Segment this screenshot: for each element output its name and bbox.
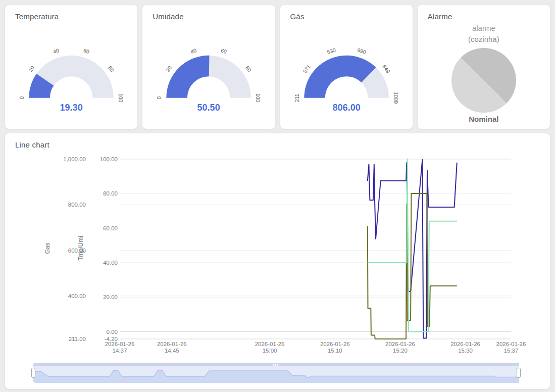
- y-axis-tmp-tick: 80.00: [103, 190, 118, 197]
- scrollbar-selected-range[interactable]: [33, 363, 519, 383]
- y-axis-tmp-tick: 0.00: [107, 329, 118, 335]
- widget-umidade: Umidade 02040608010050.50: [142, 5, 275, 129]
- widget-alarme: Alarme alarme (cozinha) Nominal: [418, 5, 550, 129]
- widget-gas: Gás 2113715306908491009806.00: [280, 5, 413, 129]
- y-axis-gas-tick: 800.00: [68, 202, 86, 208]
- alarm-status-circle: [451, 48, 516, 113]
- y-axis-gas-tick: 1,000.00: [63, 156, 86, 162]
- widget-title-umidade: Umidade: [153, 12, 268, 21]
- gauge-value-label: 806.00: [332, 103, 360, 113]
- gauge-svg: 2113715306908491009806.00: [287, 33, 406, 123]
- gauge-tick-label: 40: [53, 47, 60, 55]
- x-axis-tick: 2026-01-2615:00: [255, 341, 285, 354]
- y-axis-gas-tick: 400.00: [68, 293, 86, 299]
- scrollbar-drag-strip[interactable]: [33, 363, 519, 366]
- gas-gauge: 2113715306908491009806.00: [287, 21, 406, 123]
- gauge-tick-label: 0: [157, 96, 163, 100]
- gauge-tick-label: 849: [381, 64, 391, 74]
- dashboard: Temperatura 02040608010019.30 Umidade 02…: [0, 0, 555, 392]
- line-chart-plot[interactable]: 1,000.00800.00600.00400.00211.00Gas100.0…: [12, 151, 543, 359]
- x-axis-tick: 2026-01-2615:30: [450, 341, 480, 354]
- y-axis-tmp-title: Tmp/Umi: [77, 236, 84, 261]
- gauge-tick-label: 20: [165, 65, 173, 73]
- line-chart-svg: 1,000.00800.00600.00400.00211.00Gas100.0…: [12, 151, 543, 359]
- gauge-value-arc: [304, 56, 376, 98]
- alarm-status-label: Nominal: [469, 115, 498, 123]
- widget-title-gas: Gás: [290, 12, 406, 21]
- x-axis-tick: 2026-01-2614:37: [105, 341, 135, 354]
- gauge-tick-label: 80: [244, 65, 253, 73]
- drag-handle-dots-icon: [273, 364, 274, 366]
- y-axis-tmp-tick: 40.00: [103, 260, 118, 266]
- gauge-tick-label: 1009: [392, 92, 398, 104]
- gauge-tick-label: 60: [220, 47, 228, 55]
- gauge-tick-label: 100: [118, 93, 123, 103]
- scrollbar-preview-chart: [33, 366, 519, 383]
- gauge-tick-label: 690: [357, 47, 367, 55]
- series-gas-line: [368, 160, 457, 338]
- gauge-tick-label: 60: [83, 47, 90, 55]
- y-axis-gas-title: Gas: [44, 242, 51, 254]
- widget-title-line-chart: Line chart: [15, 140, 543, 149]
- x-axis-tick: 2026-01-2615:10: [320, 341, 350, 354]
- gauge-tick-label: 211: [294, 93, 300, 102]
- y-axis-tmp-tick: 100.00: [100, 156, 118, 162]
- alarm-device-name: alarme: [472, 23, 495, 34]
- gauge-tick-label: 0: [19, 96, 25, 100]
- scrollbar-preview-svg: [33, 366, 519, 383]
- gauge-tick-label: 100: [255, 93, 261, 103]
- y-axis-gas-tick: 211.00: [69, 336, 86, 342]
- gauge-svg: 02040608010019.30: [12, 33, 130, 123]
- gauge-svg: 02040608010050.50: [149, 33, 268, 123]
- widget-temperatura: Temperatura 02040608010019.30: [5, 5, 137, 129]
- y-axis-tmp-tick: 60.00: [103, 225, 118, 231]
- x-axis-tick: 2026-01-2614:45: [157, 341, 187, 354]
- x-axis-tick: 2026-01-2615:37: [496, 341, 526, 354]
- gauge-tick-label: 20: [28, 65, 36, 73]
- umidade-gauge: 02040608010050.50: [149, 21, 268, 123]
- gauge-value-label: 19.30: [60, 103, 83, 113]
- time-window-scrollbar[interactable]: [33, 363, 541, 383]
- gauge-value-arc: [167, 56, 210, 98]
- gauge-tick-label: 40: [190, 47, 197, 55]
- gauge-tick-label: 371: [301, 64, 311, 74]
- top-widget-row: Temperatura 02040608010019.30 Umidade 02…: [5, 5, 550, 129]
- scrollbar-left-handle[interactable]: [31, 368, 35, 378]
- series-umidade-line: [368, 159, 457, 332]
- widget-title-alarme: Alarme: [428, 12, 543, 21]
- gauge-value-label: 50.50: [197, 103, 220, 113]
- alarm-device-location: (cozinha): [468, 34, 499, 44]
- alarm-body: alarme (cozinha) Nominal: [425, 23, 543, 123]
- y-axis-tmp-tick: 20.00: [103, 294, 118, 300]
- widget-title-temperatura: Temperatura: [15, 12, 130, 21]
- scrollbar-right-handle[interactable]: [517, 368, 521, 378]
- gauge-tick-label: 530: [326, 47, 336, 55]
- x-axis-tick: 2026-01-2615:20: [385, 341, 415, 354]
- gauge-tick-label: 80: [107, 65, 115, 73]
- widget-line-chart: Line chart 1,000.00800.00600.00400.00211…: [5, 133, 550, 389]
- series-temperatura-line: [368, 193, 457, 339]
- temperatura-gauge: 02040608010019.30: [12, 21, 130, 123]
- drag-handle-dots-icon: [275, 364, 276, 366]
- drag-handle-dots-icon: [277, 364, 278, 366]
